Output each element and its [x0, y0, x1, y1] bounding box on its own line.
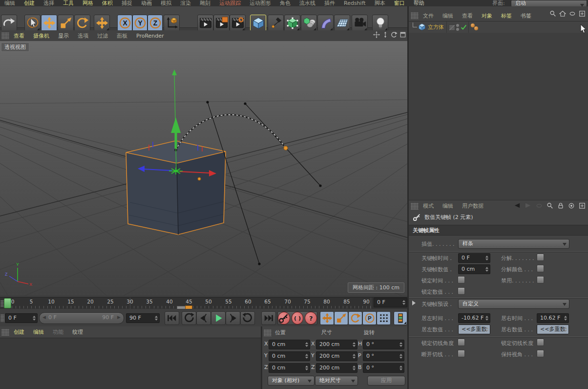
lock-tangent-angle-checkbox[interactable]: [458, 339, 465, 346]
menu-character[interactable]: 角色: [275, 0, 295, 6]
viewport-menu-prorender[interactable]: ProRender: [132, 33, 168, 39]
timeline-ruler[interactable]: 0 5 10 15 20 25 30 35 40 45 50 55 60 65 …: [0, 297, 407, 310]
render-visibility-dot[interactable]: [456, 28, 459, 31]
attribute-manager-grip[interactable]: [411, 203, 419, 210]
pos-x-field[interactable]: 0 cm: [269, 340, 310, 349]
spinner-icon[interactable]: [485, 267, 488, 272]
range-left-arrow-icon[interactable]: ◀: [42, 315, 46, 320]
om-menu-view[interactable]: 查看: [458, 12, 477, 20]
interface-dropdown[interactable]: 启动: [511, 0, 587, 7]
viewport-menu-filter[interactable]: 过滤: [93, 32, 112, 40]
play-button[interactable]: [211, 311, 226, 325]
search-icon[interactable]: [546, 202, 553, 209]
spinner-icon[interactable]: [399, 366, 402, 370]
spinner-icon[interactable]: [564, 316, 567, 321]
render-view-button[interactable]: [197, 15, 213, 31]
lock-value-checkbox[interactable]: [458, 287, 465, 295]
size-mode-dropdown[interactable]: 绝对尺寸: [315, 376, 358, 386]
left-value-field[interactable]: <<多重数: [458, 324, 490, 334]
viewport-menu-camera[interactable]: 摄像机: [29, 32, 54, 40]
spinner-icon[interactable]: [399, 342, 402, 347]
menu-sculpt[interactable]: 雕刻: [195, 0, 215, 6]
move-tool-button[interactable]: [41, 15, 57, 31]
y-axis-handle[interactable]: [175, 132, 177, 149]
key-value-field[interactable]: 0 cm: [458, 264, 490, 274]
am-menu-edit[interactable]: 编辑: [438, 202, 458, 210]
menu-edit[interactable]: 编辑: [0, 0, 20, 6]
key-scale-toggle[interactable]: [334, 311, 348, 325]
primitive-cube-button[interactable]: [250, 15, 266, 31]
deformer-button[interactable]: [317, 15, 334, 31]
object-list-area[interactable]: [409, 33, 588, 200]
om-menu-file[interactable]: 文件: [419, 12, 438, 20]
cube-object-icon[interactable]: [418, 23, 426, 31]
interp-dropdown[interactable]: 样条: [458, 239, 569, 249]
lock-icon[interactable]: [557, 202, 564, 209]
spinner-icon[interactable]: [564, 327, 567, 332]
right-time-field[interactable]: 10.62 F: [537, 313, 569, 323]
menu-redshift[interactable]: Redshift: [339, 0, 370, 6]
key-position-toggle[interactable]: [320, 311, 334, 325]
viewport-menu-panel[interactable]: 面板: [112, 32, 132, 40]
object-name[interactable]: 立方体: [428, 23, 444, 31]
keyframe-tag-dot[interactable]: [474, 26, 478, 30]
spinner-icon[interactable]: [402, 300, 405, 305]
left-time-field[interactable]: -10.62 F: [458, 313, 490, 323]
history-forward-icon[interactable]: [525, 202, 532, 209]
keyframe-options-button[interactable]: ?: [305, 312, 317, 324]
record-keyframe-button[interactable]: [278, 312, 290, 324]
om-menu-tags[interactable]: 标签: [497, 12, 516, 20]
viewport-3d[interactable]: Y X Z 透视视图 网格间距 : 100 cm: [0, 41, 407, 296]
preset-dropdown[interactable]: 自定义: [458, 299, 569, 309]
spinner-icon[interactable]: [399, 354, 402, 359]
zoom-view-icon[interactable]: [382, 31, 389, 38]
keyframe-point[interactable]: [284, 146, 288, 150]
menu-render[interactable]: 渲染: [176, 0, 195, 6]
coordinate-mode-dropdown[interactable]: 对象 (相对): [268, 376, 315, 386]
menu-select[interactable]: 选择: [39, 0, 59, 6]
previous-key-button[interactable]: [196, 311, 211, 325]
search-icon[interactable]: [549, 10, 556, 17]
next-key-button[interactable]: [226, 311, 240, 325]
material-list-area[interactable]: [0, 338, 261, 389]
menu-mesh[interactable]: 网格: [78, 0, 98, 6]
size-z-field[interactable]: 200 cm: [316, 363, 357, 373]
timeline-window-button[interactable]: [394, 311, 407, 325]
menu-mograph[interactable]: 运动图形: [245, 0, 275, 6]
menu-simulate[interactable]: 模拟: [156, 0, 176, 6]
material-menu-function[interactable]: 功能: [48, 328, 68, 336]
goto-end-button[interactable]: [261, 311, 276, 325]
spline-pen-button[interactable]: [268, 15, 284, 31]
toggle-view-icon[interactable]: [399, 31, 406, 38]
menu-motion-tracker[interactable]: 运动跟踪: [215, 0, 245, 6]
material-menu-texture[interactable]: 纹理: [68, 328, 87, 336]
orbit-view-icon[interactable]: [391, 31, 398, 38]
menu-pipeline[interactable]: 流水线: [295, 0, 320, 6]
material-menu-create[interactable]: 创建: [9, 328, 29, 336]
break-color-checkbox[interactable]: [537, 265, 544, 272]
key-pla-toggle[interactable]: [377, 311, 391, 325]
current-frame-field[interactable]: 0 F: [5, 313, 38, 323]
object-manager-grip[interactable]: [411, 12, 419, 19]
editor-visibility-dot[interactable]: [456, 24, 459, 27]
rot-h-field[interactable]: 0 °: [363, 340, 404, 349]
menu-volume[interactable]: 体积: [98, 0, 117, 6]
key-time-field[interactable]: 0 F: [458, 253, 490, 263]
scale-tool-button[interactable]: [58, 15, 74, 31]
spinner-icon[interactable]: [305, 342, 308, 347]
select-tool-button[interactable]: [24, 15, 41, 31]
menu-plugins[interactable]: 插件: [320, 0, 339, 6]
om-menu-edit[interactable]: 编辑: [438, 12, 458, 20]
pan-view-icon[interactable]: [373, 31, 380, 38]
menu-window[interactable]: 窗口: [390, 0, 409, 6]
spinner-icon[interactable]: [353, 354, 356, 359]
rotate-tool-button[interactable]: [74, 15, 90, 31]
spinner-icon[interactable]: [155, 316, 158, 321]
render-picture-viewer-button[interactable]: [213, 15, 230, 31]
spinner-icon[interactable]: [305, 354, 308, 359]
rot-b-field[interactable]: 0 °: [363, 363, 404, 373]
light-button[interactable]: [372, 15, 388, 31]
x-axis-lock-button[interactable]: X: [117, 15, 132, 31]
spinner-icon[interactable]: [305, 366, 308, 370]
timeline-frame-field[interactable]: 0 F: [374, 298, 407, 307]
